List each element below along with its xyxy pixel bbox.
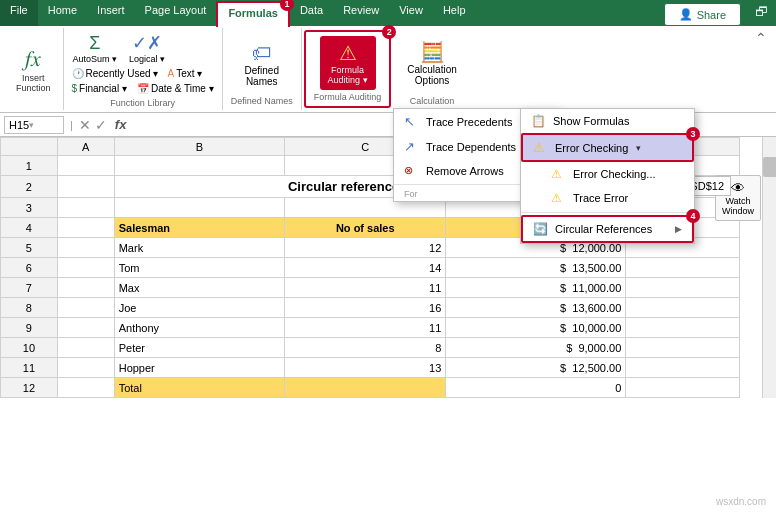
show-formulas-item[interactable]: 📋 Show Formulas — [521, 109, 694, 133]
tab-data[interactable]: Data — [290, 0, 333, 26]
logical-button[interactable]: ✓✗ Logical ▾ — [124, 30, 170, 66]
trace-error-item[interactable]: ⚠ Trace Error — [521, 186, 694, 210]
cell-salesman[interactable]: Joe — [114, 298, 285, 318]
cell-amount[interactable]: $ 9,000.00 — [446, 338, 626, 358]
date-time-button[interactable]: 📅 Date & Time ▾ — [133, 81, 218, 96]
ribbon-collapse-button[interactable]: ⌃ — [750, 28, 772, 48]
function-library-label: Function Library — [68, 98, 218, 108]
tab-view[interactable]: View — [389, 0, 433, 26]
table-row[interactable]: 7 Max 11 $ 11,000.00 — [1, 278, 740, 298]
cell-amount[interactable]: $ 11,000.00 — [446, 278, 626, 298]
tab-home[interactable]: Home — [38, 0, 87, 26]
cell-total-value[interactable]: 0 — [446, 378, 626, 398]
cell-amount[interactable]: $ 12,500.00 — [446, 358, 626, 378]
table-row[interactable]: 10 Peter 8 $ 9,000.00 — [1, 338, 740, 358]
table-row[interactable]: 11 Hopper 13 $ 12,500.00 — [1, 358, 740, 378]
function-icon: 𝑓𝑥 — [25, 46, 41, 72]
error-checking-panel: 📋 Show Formulas ⚠ Error Checking ▾ 3 ⚠ E… — [520, 108, 695, 244]
clock-icon: 🕐 — [72, 68, 84, 79]
tab-help[interactable]: Help — [433, 0, 476, 26]
cell-salesman[interactable]: Hopper — [114, 358, 285, 378]
cell-reference-box[interactable]: H15 ▾ — [4, 116, 64, 134]
cell-salesman[interactable]: Peter — [114, 338, 285, 358]
row-header: 12 — [1, 378, 58, 398]
circular-references-item[interactable]: 🔄 Circular References ▶ 4 — [521, 215, 694, 243]
row-header: 5 — [1, 238, 58, 258]
trace-precedents-icon: ↖ — [404, 114, 420, 129]
ribbon-tabs: File Home Insert Page Layout 1 Formulas … — [0, 0, 776, 26]
remove-arrows-icon: ⊗ — [404, 164, 420, 177]
panel-divider — [521, 212, 694, 213]
tab-insert[interactable]: Insert — [87, 0, 135, 26]
names-icon: 🏷 — [252, 42, 272, 65]
cell-sales-count[interactable]: 8 — [285, 338, 446, 358]
table-row[interactable]: 9 Anthony 11 $ 10,000.00 — [1, 318, 740, 338]
cell-salesman[interactable]: Mark — [114, 238, 285, 258]
vertical-scrollbar[interactable] — [762, 137, 776, 398]
error-check-icon: ⚠ — [533, 140, 549, 155]
cell-b1[interactable] — [114, 156, 285, 176]
financial-button[interactable]: $ Financial ▾ — [68, 81, 131, 96]
share-button[interactable]: 👤 Share — [664, 3, 741, 26]
trace-dependents-icon: ↗ — [404, 139, 420, 154]
share-icon: 👤 — [679, 8, 693, 21]
watermark: wsxdn.com — [712, 495, 770, 508]
cell-sales-count[interactable]: 12 — [285, 238, 446, 258]
cell-total-label[interactable]: Total — [114, 378, 285, 398]
cancel-button[interactable]: ✕ — [79, 117, 91, 133]
step3-badge: 3 — [686, 127, 700, 141]
table-row[interactable]: 8 Joe 16 $ 13,600.00 — [1, 298, 740, 318]
row-header: 1 — [1, 156, 58, 176]
show-formulas-icon: 📋 — [531, 114, 547, 128]
cell-amount[interactable]: $ 10,000.00 — [446, 318, 626, 338]
circular-ref-icon: 🔄 — [533, 222, 549, 236]
calendar-icon: 📅 — [137, 83, 149, 94]
error-checking-sub-item[interactable]: ⚠ Error Checking... — [521, 162, 694, 186]
defined-names-label: Defined Names — [231, 96, 293, 106]
col-b-header[interactable]: B — [114, 138, 285, 156]
cell-amount[interactable]: $ 13,500.00 — [446, 258, 626, 278]
col-a-header[interactable]: A — [57, 138, 114, 156]
fx-label: fx — [111, 117, 131, 132]
calculation-label: Calculation — [410, 96, 455, 106]
dollar-icon: $ — [72, 83, 78, 94]
formula-auditing-button[interactable]: ⚠ Formula Auditing ▾ — [320, 36, 376, 90]
tab-page-layout[interactable]: Page Layout — [135, 0, 217, 26]
row-header: 8 — [1, 298, 58, 318]
formula-auditing-label: Formula Auditing — [314, 92, 382, 102]
confirm-button[interactable]: ✓ — [95, 117, 107, 133]
row-header: 9 — [1, 318, 58, 338]
cell-sales-count[interactable]: 16 — [285, 298, 446, 318]
cell-salesman[interactable]: Tom — [114, 258, 285, 278]
table-row[interactable]: 6 Tom 14 $ 13,500.00 — [1, 258, 740, 278]
cell-salesman[interactable]: Max — [114, 278, 285, 298]
cell-sales-count[interactable]: 14 — [285, 258, 446, 278]
auditing-icon: ⚠ — [339, 41, 357, 65]
row-header: 10 — [1, 338, 58, 358]
cell-salesman[interactable]: Anthony — [114, 318, 285, 338]
cell-total-empty[interactable] — [285, 378, 446, 398]
formula-bar-separator: | — [68, 119, 75, 131]
sigma-icon: Σ — [89, 33, 100, 54]
text-button[interactable]: A Text ▾ — [164, 66, 207, 81]
ribbon-group-function-library: Σ AutoSum ▾ ✓✗ Logical ▾ 🕐 Recently Used… — [64, 28, 223, 110]
defined-names-button[interactable]: 🏷 Defined Names — [239, 32, 285, 96]
cell-sales-count[interactable]: 11 — [285, 318, 446, 338]
tab-file[interactable]: File — [0, 0, 38, 26]
tab-review[interactable]: Review — [333, 0, 389, 26]
minimize-button[interactable]: 🗗 — [747, 0, 776, 26]
cell-amount[interactable]: $ 13,600.00 — [446, 298, 626, 318]
cell-a2[interactable] — [57, 176, 114, 198]
recently-used-button[interactable]: 🕐 Recently Used ▾ — [68, 66, 162, 81]
cell-sales-count[interactable]: 13 — [285, 358, 446, 378]
cell-a1[interactable] — [57, 156, 114, 176]
table-row[interactable]: 12 Total 0 — [1, 378, 740, 398]
autosum-button[interactable]: Σ AutoSum ▾ — [68, 31, 123, 66]
cell-sales-count[interactable]: 11 — [285, 278, 446, 298]
trace-error-icon: ⚠ — [551, 191, 567, 205]
tab-formulas[interactable]: 1 Formulas — [216, 1, 290, 27]
header-salesman: Salesman — [114, 218, 285, 238]
calculation-options-button[interactable]: 🧮 Calculation Options — [401, 32, 462, 94]
insert-function-button[interactable]: 𝑓𝑥 Insert Function — [10, 43, 57, 96]
error-checking-item[interactable]: ⚠ Error Checking ▾ 3 — [521, 133, 694, 162]
